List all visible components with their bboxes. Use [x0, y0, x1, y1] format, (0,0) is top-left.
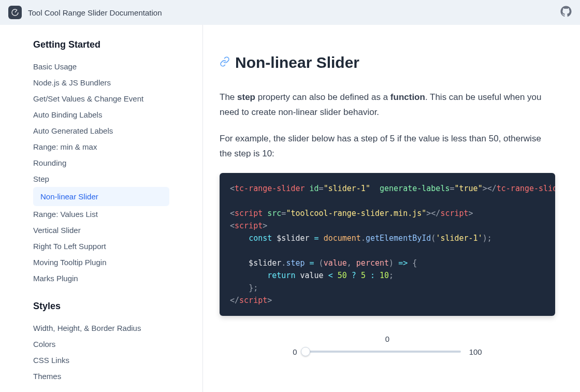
sidebar-item-rtl-support[interactable]: Right To Left Support [33, 238, 169, 254]
code-token: > [469, 209, 473, 218]
code-token: ( [319, 258, 324, 268]
code-token: const [249, 234, 272, 243]
logo-icon[interactable] [8, 6, 22, 19]
code-token: ; [487, 234, 492, 243]
code-token: < [230, 209, 235, 218]
code-token: . [361, 234, 366, 243]
code-token [375, 271, 380, 280]
sidebar: Getting Started Basic Usage Node.js & JS… [0, 25, 203, 392]
slider-min-label: 0 [293, 347, 297, 356]
sidebar-item-marks-plugin[interactable]: Marks Plugin [33, 270, 169, 286]
code-token: ? [352, 271, 356, 280]
code-token: script [235, 221, 263, 230]
sidebar-item-colors[interactable]: Colors [33, 336, 169, 352]
slider-thumb[interactable] [301, 347, 310, 356]
slider-row: 0 100 [293, 347, 482, 356]
slider-max-label: 100 [469, 347, 482, 356]
code-token: return [267, 271, 295, 280]
code-token: } [249, 283, 253, 293]
code-token: id [310, 184, 319, 193]
anchor-link-icon[interactable] [220, 56, 230, 69]
content: Non-linear Slider The step property can … [203, 25, 580, 392]
code-token: document [324, 234, 361, 243]
code-token: < [230, 184, 235, 193]
code-token: = [450, 184, 454, 193]
code-token [408, 258, 412, 268]
paragraph-1: The step property can also be defined as… [220, 90, 555, 120]
sidebar-item-basic-usage[interactable]: Basic Usage [33, 59, 169, 75]
code-token: value [295, 271, 328, 280]
sidebar-section-styles: Styles [33, 301, 169, 312]
code-token: ) [483, 234, 487, 243]
sidebar-item-range-values-list[interactable]: Range: Values List [33, 206, 169, 222]
code-token [347, 271, 352, 280]
code-token [366, 271, 370, 280]
slider-demo: 0 0 100 [220, 335, 555, 356]
code-token: step [286, 258, 304, 268]
paragraph-2: For example, the slider below has a step… [220, 132, 555, 162]
code-token: "true" [455, 184, 483, 193]
code-token: = [310, 258, 314, 268]
sidebar-item-rounding[interactable]: Rounding [33, 155, 169, 171]
code-token: < [328, 271, 333, 280]
code-token: 10 [380, 271, 389, 280]
sidebar-item-auto-generated-labels[interactable]: Auto Generated Labels [33, 123, 169, 139]
code-token: tc-range-slider [235, 184, 304, 193]
code-token [352, 258, 356, 268]
page-title: Non-linear Slider [235, 54, 359, 71]
code-token: > [263, 221, 267, 230]
sidebar-item-themes[interactable]: Themes [33, 368, 169, 384]
sidebar-item-non-linear-slider[interactable]: Non-linear Slider [33, 187, 169, 206]
code-token: => [398, 258, 408, 268]
sidebar-item-step[interactable]: Step [33, 171, 169, 187]
code-token: percent [356, 258, 389, 268]
sidebar-item-auto-binding-labels[interactable]: Auto Binding Labels [33, 107, 169, 123]
code-token: getElementById [366, 234, 431, 243]
code-token: > [267, 296, 272, 305]
page-title-row: Non-linear Slider [220, 54, 555, 71]
sidebar-item-width-height-radius[interactable]: Width, Height, & Border Radius [33, 320, 169, 336]
para1-step-keyword: step [237, 92, 255, 102]
code-token: 5 [361, 271, 366, 280]
code-token: </ [431, 209, 440, 218]
code-token: "toolcool-range-slider.min.js" [286, 209, 426, 218]
code-token: tc-range-slider [497, 184, 555, 193]
header-title: Tool Cool Range Slider Documentation [28, 8, 162, 17]
code-token: "slider-1" [324, 184, 370, 193]
code-token [333, 271, 338, 280]
code-token: src [267, 209, 281, 218]
header: Tool Cool Range Slider Documentation [0, 0, 580, 25]
sidebar-item-css-links[interactable]: CSS Links [33, 352, 169, 368]
code-token: : [370, 271, 375, 280]
sidebar-section-getting-started: Getting Started [33, 39, 169, 50]
code-token: ; [253, 283, 258, 293]
code-token [319, 234, 324, 243]
github-icon[interactable] [560, 6, 572, 19]
code-token [314, 258, 319, 268]
code-token [230, 283, 249, 293]
code-token: 'slider-1' [436, 234, 482, 243]
slider-track[interactable] [306, 351, 461, 353]
slider-current-value: 0 [385, 335, 389, 343]
code-token: > [483, 184, 487, 193]
code-token [370, 184, 380, 193]
layout: Getting Started Basic Usage Node.js & JS… [0, 25, 580, 392]
code-token [230, 271, 267, 280]
code-token: ) [389, 258, 394, 268]
sidebar-item-nodejs-bundlers[interactable]: Node.js & JS Bundlers [33, 75, 169, 91]
code-token: , [347, 258, 352, 268]
sidebar-item-vertical-slider[interactable]: Vertical Slider [33, 222, 169, 238]
code-token: = [319, 184, 324, 193]
code-token: 50 [338, 271, 347, 280]
sidebar-item-get-set-values[interactable]: Get/Set Values & Change Event [33, 91, 169, 107]
para1-function-keyword: function [390, 92, 425, 102]
sidebar-item-range-min-max[interactable]: Range: min & max [33, 139, 169, 155]
code-token [230, 234, 249, 243]
code-token [394, 258, 398, 268]
sidebar-item-moving-tooltip-plugin[interactable]: Moving Tooltip Plugin [33, 254, 169, 270]
code-token: </ [230, 296, 239, 305]
header-left: Tool Cool Range Slider Documentation [8, 6, 162, 19]
code-token: = [314, 234, 319, 243]
code-token: script [239, 296, 267, 305]
code-token: $slider [272, 234, 314, 243]
